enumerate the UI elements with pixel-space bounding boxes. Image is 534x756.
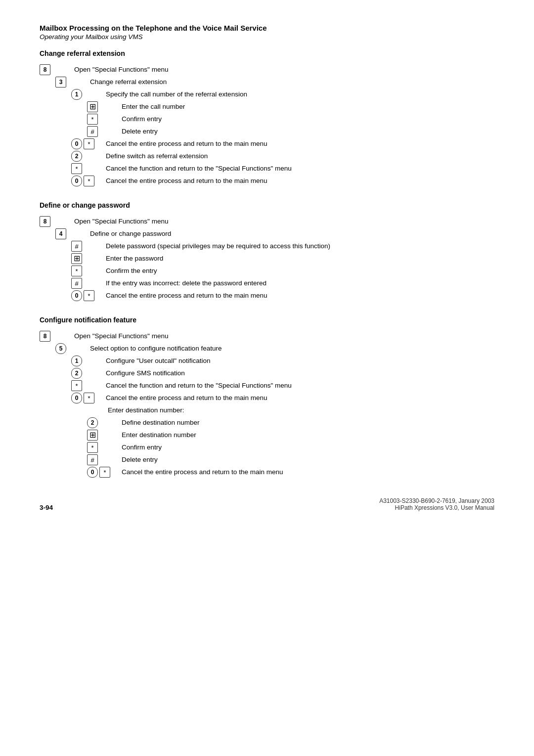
key-row: #Delete entry [40, 126, 494, 137]
key-0-rounded: 0 [71, 138, 82, 149]
key-row: 1Configure "User outcall" notification [40, 356, 494, 366]
section-change-referral-extension: Change referral extension8Open "Special … [40, 49, 494, 186]
key-row: *Cancel the function and return to the "… [40, 163, 494, 174]
key-star: * [71, 266, 82, 276]
row-desc: Open "Special Functions" menu [69, 64, 168, 75]
key-group: 5 [55, 343, 85, 354]
section-define-or-change-password: Define or change password8Open "Special … [40, 201, 494, 301]
key-row: 2Define destination number [40, 417, 494, 428]
row-desc: Cancel the entire process and return to … [101, 393, 267, 403]
key-3-box: 3 [55, 77, 66, 88]
section-heading-configure-notification-feature: Configure notification feature [40, 316, 494, 324]
row-desc: Open "Special Functions" menu [69, 331, 168, 342]
key-hash: # [71, 278, 82, 289]
key-row: 0*Cancel the entire process and return t… [40, 176, 494, 186]
key-row: 2Configure SMS notification [40, 368, 494, 379]
key-group: 0* [71, 393, 101, 403]
row-desc: Configure SMS notification [101, 368, 185, 379]
row-desc: Enter the call number [117, 101, 185, 112]
key-group: # [71, 278, 101, 289]
key-group: * [71, 266, 101, 276]
key-grid-icon: ⊞ [87, 430, 98, 441]
key-row: 0*Cancel the entire process and return t… [40, 290, 494, 301]
key-row: ⊞Enter destination number [40, 430, 494, 441]
key-row: ⊞Enter the password [40, 253, 494, 264]
key-group: ⊞ [87, 101, 117, 112]
key-grid-icon: ⊞ [87, 101, 98, 112]
key-group: # [71, 241, 101, 252]
key-group: * [71, 380, 101, 391]
row-desc: Cancel the function and return to the "S… [101, 380, 292, 391]
row-desc: Enter the password [101, 253, 163, 264]
row-desc: Cancel the function and return to the "S… [101, 163, 292, 174]
key-star: * [71, 380, 82, 391]
section-heading-change-referral-extension: Change referral extension [40, 49, 494, 57]
key-group: * [87, 442, 117, 453]
row-desc: Change referral extension [85, 77, 167, 88]
key-row: 4Define or change password [40, 228, 494, 239]
key-row: Enter destination number: [40, 405, 494, 416]
key-group: 2 [87, 417, 117, 428]
key-row: #Delete password (special privileges may… [40, 241, 494, 252]
key-row: #If the entry was incorrect: delete the … [40, 278, 494, 289]
key-group: 4 [55, 228, 85, 239]
row-desc: Enter destination number [117, 430, 196, 441]
key-group: 3 [55, 77, 85, 88]
key-group: * [71, 163, 101, 174]
key-grid-icon: ⊞ [71, 253, 82, 264]
page-footer: 3-94 A31003-S2330-B690-2-7619, January 2… [40, 497, 494, 511]
key-row: *Confirm entry [40, 442, 494, 453]
key-row: 8Open "Special Functions" menu [40, 216, 494, 227]
key-8-box: 8 [40, 64, 50, 75]
page-number: 3-94 [40, 504, 53, 511]
key-row: 5Select option to configure notification… [40, 343, 494, 354]
key-row: 8Open "Special Functions" menu [40, 331, 494, 342]
key-group: 0* [87, 467, 117, 478]
key-star: * [84, 290, 94, 301]
key-0-rounded: 0 [71, 176, 82, 186]
row-desc: Confirm entry [117, 442, 162, 453]
footer-ref: A31003-S2330-B690-2-7619, January 2003 [379, 497, 494, 504]
row-desc: Select option to configure notification … [85, 343, 222, 354]
row-desc: Open "Special Functions" menu [69, 216, 168, 227]
key-group: 1 [71, 89, 101, 100]
row-desc: Confirm entry [117, 114, 162, 125]
key-2-rounded: 2 [71, 151, 82, 162]
key-group: 2 [71, 151, 101, 162]
key-star: * [99, 467, 110, 478]
key-group: ⊞ [87, 430, 117, 441]
footer-right: A31003-S2330-B690-2-7619, January 2003 H… [379, 497, 494, 511]
key-star: * [84, 138, 94, 149]
key-group: 2 [71, 368, 101, 379]
key-group: 8 [40, 64, 69, 75]
key-row: *Confirm the entry [40, 266, 494, 276]
row-desc: Enter destination number: [103, 405, 184, 416]
key-hash: # [71, 241, 82, 252]
row-desc: Delete entry [117, 126, 158, 137]
key-hash: # [87, 454, 98, 465]
row-desc: Delete entry [117, 454, 158, 465]
key-0-rounded: 0 [71, 290, 82, 301]
key-star: * [87, 442, 98, 453]
page-subtitle: Operating your Mailbox using VMS [40, 33, 494, 41]
section-heading-define-or-change-password: Define or change password [40, 201, 494, 209]
key-8-box: 8 [40, 331, 50, 342]
key-2-rounded: 2 [87, 417, 98, 428]
key-0-rounded: 0 [71, 393, 82, 403]
key-group: # [87, 126, 117, 137]
key-group: 1 [71, 356, 101, 366]
key-row: 8Open "Special Functions" menu [40, 64, 494, 75]
key-group: 0* [71, 290, 101, 301]
key-star: * [84, 176, 94, 186]
key-1-rounded: 1 [71, 356, 82, 366]
key-5-rounded: 5 [55, 343, 66, 354]
key-row: 0*Cancel the entire process and return t… [40, 393, 494, 403]
key-group: * [87, 114, 117, 125]
footer-product: HiPath Xpressions V3.0, User Manual [379, 504, 494, 511]
key-row: 1Specify the call number of the referral… [40, 89, 494, 100]
row-desc: Confirm the entry [101, 266, 157, 276]
key-4-box: 4 [55, 228, 66, 239]
key-row: *Confirm entry [40, 114, 494, 125]
key-8-box: 8 [40, 216, 50, 227]
row-desc: Define or change password [85, 228, 171, 239]
